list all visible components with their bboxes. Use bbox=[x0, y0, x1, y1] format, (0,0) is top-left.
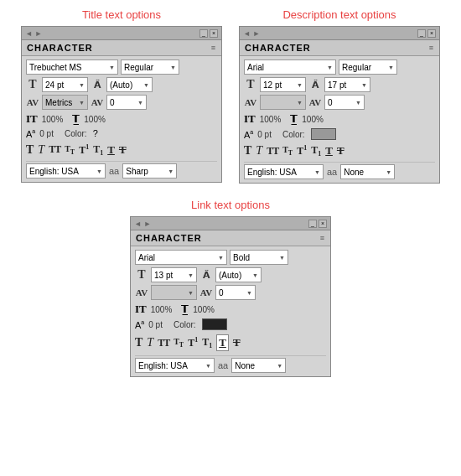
title-size-select[interactable]: 24 pt▼ bbox=[42, 77, 88, 92]
desc-size-row: T 12 pt▼ A̋ 17 pt▼ bbox=[244, 77, 435, 92]
title-lang-row: English: USA▼ aa Sharp▼ bbox=[26, 163, 217, 178]
desc-typo-row: T T TT TT T1 T1 T T bbox=[244, 142, 435, 159]
desc-panel-titlebar: ◄ ► _ × bbox=[240, 27, 439, 40]
desc-super-btn[interactable]: T1 bbox=[297, 144, 307, 158]
desc-panel-close[interactable]: × bbox=[427, 29, 436, 38]
title-kerning-select[interactable]: Metrics▼ bbox=[42, 95, 88, 110]
title-baseline-value: 0 pt bbox=[39, 129, 54, 138]
desc-baseline-row: Aa 0 pt Color: bbox=[244, 128, 435, 140]
link-smallcaps-btn[interactable]: TT bbox=[174, 337, 184, 349]
title-leading-select[interactable]: (Auto)▼ bbox=[106, 77, 153, 92]
title-horiz-scale-icon: T̲ bbox=[72, 112, 80, 126]
desc-strike-btn[interactable]: T bbox=[337, 144, 344, 158]
link-kerning-label-icon: AV bbox=[135, 287, 148, 298]
title-strike-btn[interactable]: T bbox=[119, 143, 127, 157]
title-panel-menu-btn[interactable]: ≡ bbox=[211, 44, 216, 52]
desc-panel-title: CHARACTER bbox=[245, 43, 311, 53]
link-section-label: Link text options bbox=[191, 199, 270, 211]
desc-baseline-icon: Aa bbox=[244, 129, 253, 140]
title-panel-close[interactable]: × bbox=[210, 29, 218, 38]
desc-font-select[interactable]: Arial▼ bbox=[244, 60, 336, 75]
desc-panel-header: CHARACTER ≡ bbox=[240, 40, 439, 56]
desc-kerning-label-icon: AV bbox=[244, 97, 257, 107]
desc-section-label: Description text options bbox=[239, 8, 440, 21]
link-tracking-label-icon: AV bbox=[199, 287, 213, 298]
title-italic-btn[interactable]: T bbox=[38, 143, 44, 157]
title-smallcaps-btn[interactable]: TT bbox=[65, 144, 75, 156]
title-horiz-scale-value: 100% bbox=[84, 115, 106, 124]
title-size-row: T 24 pt▼ A̋ (Auto)▼ bbox=[26, 77, 217, 92]
link-vert-scale-icon: IT bbox=[135, 303, 147, 316]
title-scale-row: IT 100% T̲ 100% bbox=[26, 112, 217, 126]
desc-tracking-select[interactable]: 0▼ bbox=[324, 95, 365, 110]
desc-leading-select[interactable]: 17 pt▼ bbox=[324, 77, 370, 92]
desc-italic-btn[interactable]: T bbox=[256, 144, 262, 158]
desc-bold-btn[interactable]: T bbox=[244, 144, 251, 158]
link-leading-icon: A̋ bbox=[199, 270, 213, 281]
link-panel-minimize[interactable]: _ bbox=[308, 220, 317, 228]
link-underline-btn-active[interactable]: T bbox=[216, 334, 229, 351]
link-leading-select[interactable]: (Auto)▼ bbox=[215, 267, 262, 282]
title-panel-minimize[interactable]: _ bbox=[199, 29, 208, 38]
desc-scale-row: IT 100% T̲ 100% bbox=[244, 112, 435, 126]
link-panel-menu-btn[interactable]: ≡ bbox=[320, 234, 325, 242]
link-antialias-select[interactable]: None▼ bbox=[231, 358, 286, 373]
link-kerning-select[interactable]: ▼ bbox=[151, 285, 197, 300]
link-vert-scale-value: 100% bbox=[151, 305, 173, 314]
desc-underline-btn[interactable]: T bbox=[325, 144, 333, 158]
link-lang-select[interactable]: English: USA▼ bbox=[135, 358, 215, 373]
link-panel-close[interactable]: × bbox=[319, 220, 327, 228]
desc-panel-drag: ◄ ► bbox=[243, 29, 260, 38]
link-panel-title: CHARACTER bbox=[136, 233, 202, 243]
title-lang-select[interactable]: English: USA▼ bbox=[26, 163, 106, 178]
desc-color-swatch[interactable] bbox=[311, 128, 336, 140]
title-panel-titlebar: ◄ ► _ × bbox=[22, 27, 221, 40]
desc-vert-scale-value: 100% bbox=[260, 115, 282, 124]
desc-size-select[interactable]: 12 pt▼ bbox=[260, 77, 306, 92]
link-horiz-scale-value: 100% bbox=[193, 305, 215, 314]
link-color-swatch[interactable] bbox=[202, 318, 227, 330]
link-sub-btn[interactable]: T1 bbox=[202, 336, 212, 349]
link-bold-btn[interactable]: T bbox=[135, 336, 142, 349]
link-color-label: Color: bbox=[174, 320, 196, 329]
desc-style-select[interactable]: Regular▼ bbox=[339, 60, 397, 75]
link-font-select[interactable]: Arial▼ bbox=[135, 250, 227, 265]
link-strike-btn[interactable]: T bbox=[233, 336, 241, 349]
link-size-select[interactable]: 13 pt▼ bbox=[151, 267, 197, 282]
desc-sub-btn[interactable]: T1 bbox=[311, 144, 321, 158]
desc-antialias-select[interactable]: None▼ bbox=[340, 164, 395, 179]
link-font-row: Arial▼ Bold▼ bbox=[135, 250, 326, 265]
desc-panel-minimize[interactable]: _ bbox=[417, 29, 426, 38]
title-super-btn[interactable]: T1 bbox=[79, 143, 89, 157]
desc-lang-select[interactable]: English: USA▼ bbox=[244, 164, 324, 179]
desc-allcaps-btn[interactable]: TT bbox=[267, 145, 278, 158]
title-bold-btn[interactable]: T bbox=[26, 143, 34, 157]
link-allcaps-btn[interactable]: TT bbox=[158, 337, 169, 349]
title-sub-btn[interactable]: T1 bbox=[93, 143, 103, 157]
link-baseline-row: Aa 0 pt Color: bbox=[135, 318, 326, 330]
desc-leading-icon: A̋ bbox=[308, 80, 322, 91]
desc-smallcaps-btn[interactable]: TT bbox=[282, 145, 293, 157]
desc-character-panel: ◄ ► _ × CHARACTER ≡ Arial▼ bbox=[239, 26, 440, 184]
link-style-select[interactable]: Bold▼ bbox=[230, 250, 288, 265]
desc-panel-menu-btn[interactable]: ≡ bbox=[429, 44, 434, 52]
title-panel-title: CHARACTER bbox=[27, 43, 93, 53]
title-allcaps-btn[interactable]: TT bbox=[49, 143, 60, 156]
link-super-btn[interactable]: T1 bbox=[188, 336, 198, 349]
link-italic-btn[interactable]: T bbox=[147, 336, 153, 349]
title-underline-btn[interactable]: T bbox=[107, 143, 115, 157]
title-antialias-select[interactable]: Sharp▼ bbox=[122, 163, 177, 178]
title-style-select[interactable]: Regular▼ bbox=[121, 60, 179, 75]
link-tracking-select[interactable]: 0▼ bbox=[215, 285, 256, 300]
desc-font-row: Arial▼ Regular▼ bbox=[244, 60, 435, 75]
title-tracking-label-icon: AV bbox=[91, 97, 104, 107]
desc-vert-scale-icon: IT bbox=[244, 112, 256, 126]
desc-horiz-scale-value: 100% bbox=[302, 115, 324, 124]
title-tracking-select[interactable]: 0▼ bbox=[106, 95, 147, 110]
title-leading-icon: A̋ bbox=[91, 80, 104, 91]
title-font-select[interactable]: Trebuchet MS▼ bbox=[26, 60, 118, 75]
title-panel-drag: ◄ ► bbox=[25, 29, 42, 38]
desc-kerning-select[interactable]: ▼ bbox=[260, 95, 306, 110]
link-kerning-row: AV ▼ AV 0▼ bbox=[135, 285, 326, 300]
title-aa-icon: aa bbox=[109, 166, 119, 176]
